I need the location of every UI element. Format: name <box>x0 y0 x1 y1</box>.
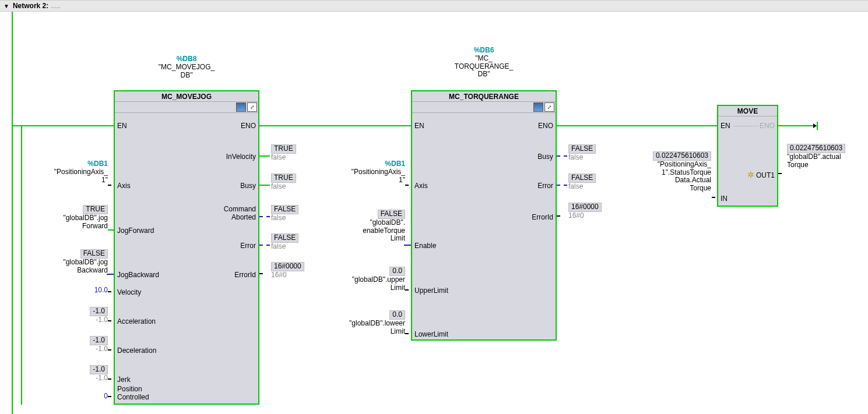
add-output-icon[interactable]: ✲ <box>747 170 754 179</box>
connector-dash <box>259 245 270 246</box>
connector-dash <box>557 185 567 186</box>
b2-enable-val: FALSE <box>378 210 405 219</box>
pin-cmdab-l1: Command <box>224 205 256 213</box>
b2-errid-def: 16#0 <box>568 212 602 220</box>
connector-dash <box>259 216 270 217</box>
connector <box>405 185 409 186</box>
pin-axis: Axis <box>117 182 131 190</box>
b2-param-lower[interactable]: 0.0 "globalDB".loweer Limit <box>332 310 405 335</box>
rung-to-block1 <box>21 125 114 126</box>
eno2-to-move <box>557 125 717 126</box>
b1-jogbwd-sym2: Backward <box>35 267 108 275</box>
b1-accel-def: -1.0 <box>35 316 108 324</box>
b2-param-axis[interactable]: %DB1 "PositioningAxis_ 1" <box>332 160 405 184</box>
pin-posctrl-l2: Controlled <box>117 393 149 401</box>
b3-param-in[interactable]: 0.022475610603 "PositioningAxis_ 1".Stat… <box>627 151 711 193</box>
b1-param-accel[interactable]: -1.0 -1.0 <box>35 307 108 324</box>
pin-cmdab-l2: Aborted <box>231 213 256 221</box>
connector <box>108 185 111 186</box>
pin-eno: ENO <box>760 122 775 130</box>
pin-acceleration: Acceleration <box>117 317 156 325</box>
block-options-icon[interactable] <box>236 102 246 112</box>
b1-busy-def: false <box>271 183 296 191</box>
rung-end-bar <box>817 122 818 130</box>
b1-invel-def: false <box>271 154 296 162</box>
connector <box>108 378 111 380</box>
b2-param-upper[interactable]: 0.0 "globalDB".upper Limit <box>332 267 405 292</box>
connector-dash <box>404 245 411 246</box>
b2-lower-sym1: "globalDB".loweer <box>332 320 405 328</box>
b1-out-busy[interactable]: TRUE false <box>271 174 296 191</box>
connector-green <box>259 185 270 186</box>
pin-en: EN <box>414 122 424 130</box>
b3-in-sym1: "PositioningAxis_ <box>627 161 711 169</box>
block1-mc-movejog[interactable]: MC_MOVEJOG ⤢ EN Axis JogForward JogBackw… <box>114 90 259 405</box>
b1-out-errorid[interactable]: 16#0000 16#0 <box>271 262 304 279</box>
pin-lowerlimit: LowerLimit <box>414 330 448 338</box>
connector <box>405 333 409 334</box>
b2-out-busy[interactable]: FALSE false <box>568 144 596 162</box>
b1-errid-val: 16#0000 <box>271 262 304 271</box>
b1-param-posctrl[interactable]: 0 <box>35 392 108 401</box>
b1-out-invelocity[interactable]: TRUE false <box>271 144 296 162</box>
b2-lower-sym2: Limit <box>332 328 405 336</box>
b1-param-axis[interactable]: %DB1 "PositioningAxis_ 1" <box>35 160 108 184</box>
block2-mc-torquerange[interactable]: MC_TORQUERANGE ⤢ EN Axis Enable UpperLim… <box>411 90 557 341</box>
b1-param-jerk[interactable]: -1.0 -1.0 <box>35 365 108 383</box>
b3-in-sym3: Data.Actual <box>627 176 711 185</box>
b1-param-jogbackward[interactable]: FALSE "globalDB".jog Backward <box>35 249 108 274</box>
connector-green <box>108 229 114 231</box>
pin-jogbackward: JogBackward <box>117 271 159 279</box>
b1-cmdab-val: FALSE <box>271 205 298 214</box>
b1-out-cmdaborted[interactable]: FALSE false <box>271 205 298 222</box>
connector <box>108 320 111 321</box>
block2-name-l1: "MC_ <box>411 55 557 63</box>
network-header[interactable]: ▼ Network 2: ..... <box>0 0 868 12</box>
b3-out-out1[interactable]: 0.022475610603 "globalDB".actual Torque <box>787 144 845 169</box>
b1-errid-def: 16#0 <box>271 271 304 279</box>
b1-axis-sym1: "PositioningAxis_ <box>35 168 108 176</box>
b1-param-decel[interactable]: -1.0 -1.0 <box>35 336 108 353</box>
pin-out1: ✲ OUT1 <box>747 170 775 179</box>
pin-en: EN <box>117 122 127 130</box>
b1-param-jogforward[interactable]: TRUE "globalDB".jog Forward <box>35 205 108 230</box>
b2-enable-sym3: Limit <box>332 235 405 243</box>
pin-velocity: Velocity <box>117 288 141 296</box>
b2-error-def: false <box>568 183 596 191</box>
collapse-arrow-icon[interactable]: ▼ <box>3 3 9 9</box>
connector <box>557 215 560 217</box>
block3-title: MOVE <box>718 106 777 116</box>
block3-move[interactable]: MOVE EN ENO ✲ OUT1 IN <box>717 105 778 207</box>
block-options-icon[interactable] <box>533 102 543 112</box>
b2-out-errorid[interactable]: 16#0000 16#0 <box>568 203 602 220</box>
b3-out-val: 0.022475610603 <box>787 144 845 153</box>
b2-param-enable[interactable]: FALSE "globalDB". enableTorque Limit <box>332 210 405 243</box>
pin-eno: ENO <box>241 122 256 130</box>
block-expand-icon[interactable]: ⤢ <box>544 102 554 112</box>
b1-jogfwd-sym2: Forward <box>35 222 108 231</box>
block-expand-icon[interactable]: ⤢ <box>247 102 257 112</box>
b1-jogbwd-sym1: "globalDB".jog <box>35 259 108 267</box>
b1-param-velocity[interactable]: 10.0 <box>35 286 108 295</box>
block1-title: MC_MOVEJOG <box>115 91 258 102</box>
b3-in-sym2: 1".StatusTorque <box>627 169 711 177</box>
b1-jerk-val: -1.0 <box>90 365 108 374</box>
b1-out-error[interactable]: FALSE false <box>271 233 298 251</box>
ladder-canvas[interactable]: %DB8 "MC_MOVEJOG_ DB" MC_MOVEJOG ⤢ EN Ax… <box>0 12 868 414</box>
block2-db-id: %DB6 <box>411 47 557 55</box>
rung-stub <box>12 125 21 126</box>
b2-axis-sym1: "PositioningAxis_ <box>332 168 405 176</box>
connector <box>259 273 263 274</box>
network-title: Network 2: <box>13 2 48 10</box>
pin-axis: Axis <box>414 182 428 190</box>
b1-decel-def: -1.0 <box>35 345 108 353</box>
b3-in-sym4: Torque <box>627 185 711 193</box>
b2-busy-val: FALSE <box>568 144 596 154</box>
block1-toolbar: ⤢ <box>115 102 258 113</box>
b1-busy-val: TRUE <box>271 174 296 183</box>
pin-en: EN <box>721 122 730 130</box>
b2-out-error[interactable]: FALSE false <box>568 174 596 191</box>
b1-error-val: FALSE <box>271 233 298 243</box>
block1-db-id: %DB8 <box>114 55 259 63</box>
network-comment: ..... <box>51 2 61 10</box>
